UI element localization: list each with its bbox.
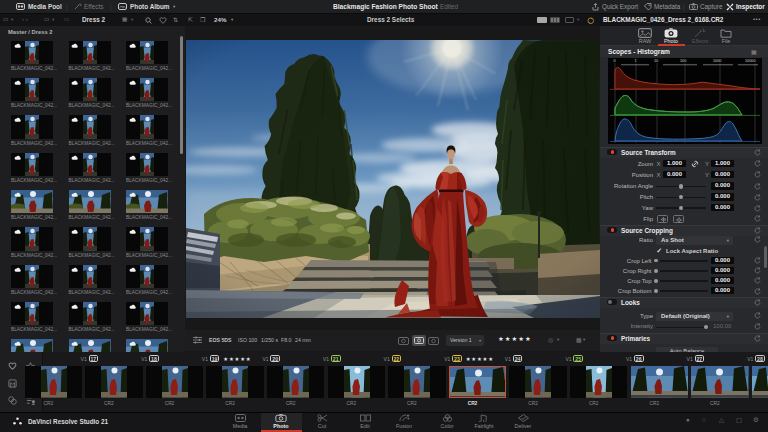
svg-text:1000: 1000: [713, 59, 721, 63]
svg-text:100: 100: [680, 59, 686, 63]
svg-text:0: 0: [614, 59, 616, 63]
svg-text:10000: 10000: [745, 59, 756, 63]
svg-text:10: 10: [654, 59, 658, 63]
svg-text:1: 1: [635, 59, 637, 63]
